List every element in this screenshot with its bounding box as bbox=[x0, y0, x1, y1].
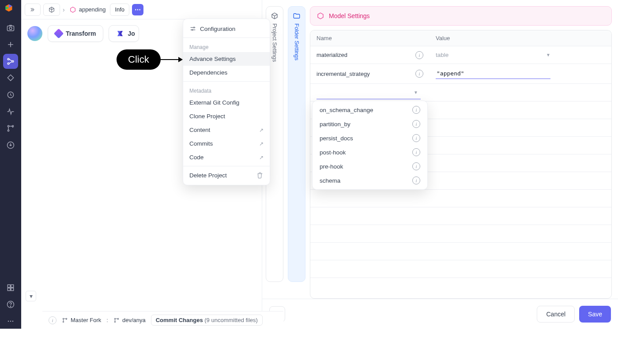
chevron-down-icon: ▼ bbox=[546, 53, 550, 57]
panel-footer: i Cancel Save bbox=[262, 299, 618, 329]
crumb-collapse[interactable] bbox=[25, 4, 41, 16]
app-logo bbox=[4, 4, 17, 16]
info-icon[interactable]: i bbox=[412, 176, 420, 184]
vtab-folder-label: Folder Settings bbox=[294, 23, 300, 60]
dd-delete[interactable]: Delete Project bbox=[183, 168, 270, 182]
suggest-item[interactable]: pre-hooki bbox=[313, 159, 427, 173]
bottom-expander[interactable]: ▾ bbox=[26, 291, 36, 301]
suggest-item[interactable]: partition_byi bbox=[313, 117, 427, 131]
name-suggestions: on_schema_changei partition_byi persist_… bbox=[312, 101, 428, 190]
rail-activity-icon[interactable] bbox=[3, 104, 18, 119]
panel-header: Model Settings bbox=[310, 6, 612, 26]
nav-rail bbox=[0, 0, 21, 329]
dd-meta-head: Metadata bbox=[183, 83, 270, 96]
svg-point-5 bbox=[8, 58, 9, 60]
rail-diamond-icon[interactable] bbox=[3, 71, 18, 86]
svg-point-23 bbox=[192, 29, 193, 30]
svg-rect-14 bbox=[11, 285, 14, 287]
status-master[interactable]: Master Fork bbox=[62, 317, 101, 323]
external-icon: ↗ bbox=[259, 154, 264, 161]
row-name: materialized bbox=[317, 52, 347, 58]
info-icon[interactable]: i bbox=[415, 51, 423, 59]
transform-icon bbox=[54, 29, 64, 39]
cancel-button[interactable]: Cancel bbox=[537, 306, 575, 323]
suggest-item[interactable]: persist_docsi bbox=[313, 131, 427, 145]
info-icon[interactable]: i bbox=[415, 70, 423, 78]
info-icon[interactable]: i bbox=[412, 106, 420, 114]
status-branch[interactable]: dev/anya bbox=[113, 317, 146, 323]
rail-help-icon[interactable] bbox=[3, 297, 18, 312]
config-dropdown: Configuration Manage Advance Settings De… bbox=[183, 19, 270, 185]
rail-branch-icon[interactable] bbox=[3, 121, 18, 136]
info-icon[interactable]: i bbox=[412, 162, 420, 170]
rail-download-icon[interactable] bbox=[3, 138, 18, 153]
rail-clock-icon[interactable] bbox=[3, 87, 18, 102]
suggest-item[interactable]: post-hooki bbox=[313, 145, 427, 159]
sliders-icon bbox=[189, 25, 196, 32]
status-info-icon[interactable]: i bbox=[49, 316, 57, 324]
commit-changes-pill[interactable]: Commit Changes (9 uncommitted files) bbox=[151, 315, 263, 326]
panel-title: Model Settings bbox=[329, 12, 370, 19]
join-pill[interactable]: Jo bbox=[109, 25, 139, 42]
svg-point-9 bbox=[8, 125, 9, 127]
dd-content[interactable]: Content↗ bbox=[183, 123, 270, 137]
breadcrumb: › appending Info ⋯ bbox=[21, 0, 262, 19]
value-input[interactable] bbox=[436, 68, 550, 79]
vtab-project-label: Project Settings bbox=[271, 23, 278, 62]
crumb-project-label: appending bbox=[79, 6, 106, 13]
external-icon: ↗ bbox=[259, 141, 264, 147]
svg-rect-16 bbox=[11, 288, 14, 291]
callout-label: Click bbox=[117, 49, 161, 70]
join-icon bbox=[116, 30, 124, 38]
branch-icon bbox=[62, 317, 68, 323]
info-icon[interactable]: i bbox=[412, 134, 420, 142]
info-icon[interactable]: i bbox=[412, 148, 420, 156]
dd-manage-head: Manage bbox=[183, 40, 270, 52]
rail-graph-icon[interactable] bbox=[3, 54, 18, 69]
chevron-down-icon: ▼ bbox=[414, 90, 418, 95]
dd-clone[interactable]: Clone Project bbox=[183, 109, 270, 123]
suggest-item[interactable]: schemai bbox=[313, 173, 427, 188]
rail-camera-icon[interactable] bbox=[3, 20, 18, 35]
svg-point-18 bbox=[10, 306, 11, 307]
dd-commits[interactable]: Commits↗ bbox=[183, 137, 270, 150]
dd-advance-settings[interactable]: Advance Settings bbox=[183, 52, 270, 66]
branch-icon bbox=[113, 317, 120, 323]
svg-point-10 bbox=[8, 130, 9, 131]
svg-point-24 bbox=[63, 318, 64, 319]
name-dropdown[interactable]: ▼ bbox=[317, 86, 421, 99]
dd-configuration[interactable]: Configuration bbox=[183, 22, 270, 36]
dd-code[interactable]: Code↗ bbox=[183, 150, 270, 164]
settings-row: materialized i table▼ bbox=[310, 46, 611, 64]
svg-point-25 bbox=[63, 321, 64, 322]
vtab-folder-settings[interactable]: Folder Settings bbox=[288, 6, 305, 282]
avatar-orb bbox=[27, 26, 42, 41]
crumb-more-button[interactable]: ⋯ bbox=[132, 4, 143, 15]
arrow-icon bbox=[178, 57, 183, 62]
svg-rect-15 bbox=[8, 288, 10, 291]
rail-widget-icon[interactable] bbox=[3, 280, 18, 295]
svg-point-6 bbox=[8, 63, 9, 64]
dd-dependencies[interactable]: Dependencies bbox=[183, 66, 270, 79]
crumb-sep-icon: › bbox=[63, 6, 65, 13]
value-select[interactable]: table▼ bbox=[436, 52, 550, 58]
col-name-head: Name bbox=[310, 30, 430, 46]
join-label: Jo bbox=[128, 30, 135, 37]
svg-point-28 bbox=[114, 321, 115, 322]
crumb-cube[interactable] bbox=[43, 4, 60, 16]
info-icon[interactable]: i bbox=[412, 120, 420, 128]
crumb-info[interactable]: Info bbox=[110, 4, 129, 16]
save-button[interactable]: Save bbox=[579, 306, 611, 323]
rail-plus-icon[interactable] bbox=[3, 37, 18, 52]
svg-point-20 bbox=[10, 321, 11, 322]
svg-rect-3 bbox=[8, 26, 14, 31]
col-value-head: Value bbox=[430, 30, 611, 46]
suggest-item[interactable]: on_schema_changei bbox=[313, 103, 427, 117]
dd-git-config[interactable]: External Git Config bbox=[183, 96, 270, 109]
transform-pill[interactable]: Transform bbox=[48, 25, 103, 42]
rail-more-icon[interactable] bbox=[3, 314, 18, 329]
folder-icon bbox=[293, 12, 301, 20]
transform-label: Transform bbox=[66, 30, 96, 37]
svg-point-19 bbox=[8, 321, 9, 322]
crumb-project[interactable]: appending bbox=[68, 6, 108, 13]
